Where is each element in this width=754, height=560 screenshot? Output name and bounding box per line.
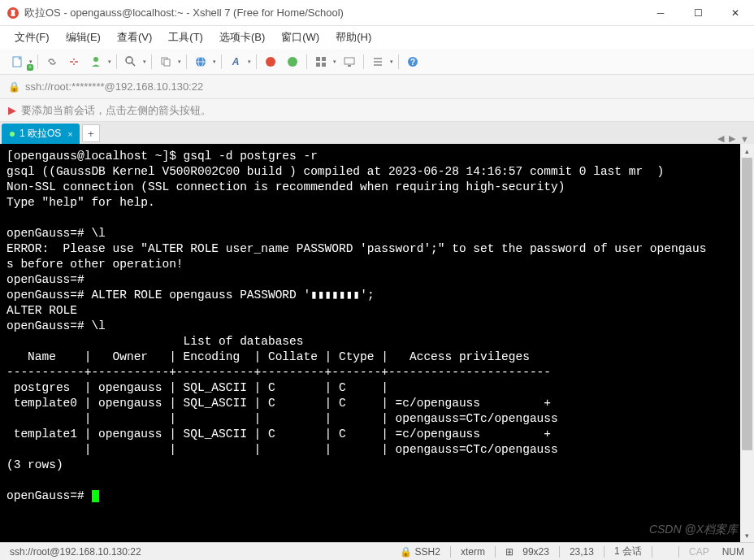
add-tab-button[interactable]: + [82, 124, 100, 142]
menu-tools[interactable]: 工具(T) [162, 27, 210, 48]
status-num: NUM [719, 546, 748, 558]
svg-rect-15 [322, 63, 326, 67]
font-button[interactable]: A [225, 52, 253, 72]
svg-rect-12 [316, 57, 320, 61]
grid-small-icon: ⊞ [505, 546, 514, 558]
xftp-button[interactable] [282, 52, 303, 72]
script-button[interactable] [367, 52, 395, 72]
tab-close-icon[interactable]: × [67, 129, 72, 139]
minimize-button[interactable]: ─ [642, 0, 679, 26]
status-connection: ssh://root@192.168.10.130:22 [6, 546, 145, 558]
menu-view[interactable]: 查看(V) [110, 27, 158, 48]
status-pos: 23,13 [566, 546, 597, 558]
list-icon [371, 55, 384, 68]
copy-button[interactable] [155, 52, 183, 72]
status-protocol: 🔒SSH2 [396, 546, 444, 558]
svg-line-4 [132, 63, 135, 66]
svg-point-3 [126, 57, 132, 63]
status-bar: ssh://root@192.168.10.130:22 🔒SSH2 xterm… [0, 542, 754, 560]
unlink-icon [67, 55, 80, 68]
link-icon [46, 55, 58, 68]
titlebar: 欧拉OS - opengauss@localhost:~ - Xshell 7 … [0, 0, 754, 26]
tab-nav: ◀ ▶ ▼ [717, 133, 754, 144]
globe-button[interactable] [190, 52, 218, 72]
terminal[interactable]: [opengauss@localhost ~]$ gsql -d postgre… [0, 144, 740, 542]
status-sessions: 1 会话 [611, 545, 645, 558]
monitor-button[interactable] [339, 52, 360, 72]
separator [116, 54, 117, 69]
scrollbar[interactable]: ▴ ▾ [740, 144, 754, 542]
tab-session[interactable]: 1 欧拉OS × [2, 124, 80, 144]
flag-icon: ▶ [8, 104, 16, 116]
status-term: xterm [457, 546, 488, 558]
file-icon [11, 55, 24, 68]
maximize-button[interactable]: ☐ [679, 0, 717, 26]
menu-file[interactable]: 文件(F) [8, 27, 56, 48]
separator [151, 54, 152, 69]
menu-window[interactable]: 窗口(W) [275, 27, 326, 48]
svg-rect-13 [322, 57, 326, 61]
reconnect-button[interactable] [41, 52, 63, 72]
status-size: ⊞ 99x23 [502, 546, 552, 558]
svg-point-2 [93, 57, 98, 62]
scroll-down-button[interactable]: ▾ [740, 528, 754, 542]
separator [256, 54, 257, 69]
separator [398, 54, 399, 69]
window-title: 欧拉OS - opengauss@localhost:~ - Xshell 7 … [24, 6, 642, 20]
help-icon: ? [406, 55, 419, 68]
separator [363, 54, 364, 69]
tab-prev-icon[interactable]: ◀ [717, 133, 724, 144]
app-icon [6, 7, 20, 20]
tab-menu-icon[interactable]: ▼ [740, 134, 749, 144]
menubar: 文件(F) 编辑(E) 查看(V) 工具(T) 选项卡(B) 窗口(W) 帮助(… [0, 26, 754, 49]
grid-icon [314, 55, 327, 68]
address-bar: 🔒 ssh://root:********@192.168.10.130:22 [0, 75, 754, 99]
separator [37, 54, 38, 69]
user-icon [89, 55, 102, 68]
svg-point-10 [266, 57, 275, 67]
address-text[interactable]: ssh://root:********@192.168.10.130:22 [25, 80, 746, 93]
tab-label: 1 欧拉OS [20, 127, 61, 141]
copy-icon [159, 55, 172, 68]
disconnect-button[interactable] [63, 52, 84, 72]
find-button[interactable] [120, 52, 148, 72]
search-icon [124, 55, 137, 68]
xshell-button[interactable] [260, 52, 281, 72]
profile-button[interactable] [85, 52, 113, 72]
close-button[interactable]: ✕ [717, 0, 754, 26]
hint-bar: ▶ 要添加当前会话，点击左侧的箭头按钮。 [0, 99, 754, 122]
scroll-up-button[interactable]: ▴ [740, 144, 754, 158]
menu-edit[interactable]: 编辑(E) [59, 27, 107, 48]
font-icon: A [232, 56, 240, 67]
swirl-icon [264, 55, 277, 68]
layout-button[interactable] [310, 52, 338, 72]
help-button[interactable]: ? [402, 52, 423, 72]
tab-strip: 1 欧拉OS × + ◀ ▶ ▼ [0, 122, 754, 144]
scroll-thumb[interactable] [742, 158, 752, 450]
new-session-button[interactable]: + [6, 52, 34, 72]
menu-help[interactable]: 帮助(H) [329, 27, 378, 48]
lock-icon: 🔒 [8, 81, 20, 93]
globe-icon [194, 55, 207, 68]
status-caps: CAP [686, 546, 713, 558]
tab-next-icon[interactable]: ▶ [729, 133, 735, 144]
status-dot-icon [10, 132, 15, 137]
separator [186, 54, 187, 69]
svg-rect-16 [344, 58, 354, 64]
svg-point-11 [288, 57, 297, 67]
menu-tabs[interactable]: 选项卡(B) [213, 27, 271, 48]
swirl-green-icon [286, 55, 299, 68]
monitor-icon [343, 55, 356, 68]
toolbar: + A ? [0, 49, 754, 75]
separator [306, 54, 307, 69]
svg-rect-14 [316, 63, 320, 67]
terminal-container: [opengauss@localhost ~]$ gsql -d postgre… [0, 144, 754, 542]
svg-text:?: ? [410, 58, 415, 67]
svg-rect-6 [164, 59, 170, 66]
hint-text: 要添加当前会话，点击左侧的箭头按钮。 [21, 103, 211, 118]
lock-small-icon: 🔒 [400, 546, 412, 558]
separator [221, 54, 222, 69]
